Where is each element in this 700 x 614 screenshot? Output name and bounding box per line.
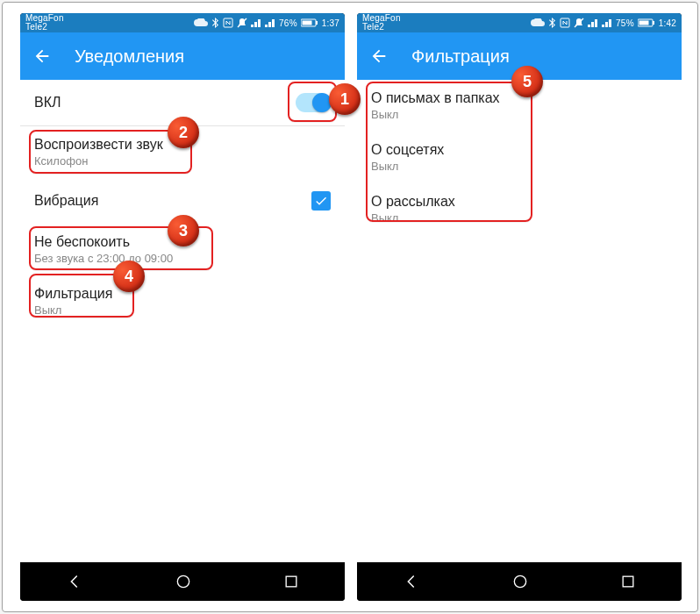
phone-right: MegaFon Tele2 [357,13,682,601]
carrier-2: Tele2 [362,23,401,32]
nfc-icon [560,18,570,28]
cloud-icon [193,18,209,27]
nav-home-icon[interactable] [175,573,192,590]
mute-icon [574,18,584,28]
nav-recent-icon[interactable] [282,573,300,590]
phone-left: MegaFon Tele2 [20,13,345,601]
svg-point-5 [177,575,189,587]
svg-rect-3 [302,21,311,25]
bluetooth-icon [212,18,219,28]
nav-bar [20,562,345,601]
row-sound[interactable]: Воспроизвести звук Ксилофон [20,126,345,178]
cloud-icon [530,18,546,27]
checkbox-vibration[interactable] [311,191,331,211]
battery-text: 75% [616,18,634,28]
svg-rect-13 [623,576,633,587]
row-newsletters-sub: Выкл [371,211,668,225]
app-bar: Фильтрация [357,32,682,80]
nav-home-icon[interactable] [511,573,529,590]
svg-rect-11 [653,21,654,25]
row-dnd-sub: Без звука с 23:00 до 09:00 [34,252,331,265]
signal-2-icon [602,18,612,27]
row-folders-title: О письмах в папках [371,90,668,106]
row-filter-sub: Выкл [34,303,331,317]
row-filter-title: Фильтрация [34,286,331,302]
nav-bar [357,562,682,601]
battery-icon [638,18,655,27]
back-button[interactable] [32,46,57,66]
status-bar: MegaFon Tele2 [20,13,345,32]
row-socials[interactable]: О соцсетях Выкл [357,132,682,183]
row-newsletters[interactable]: О рассылках Выкл [357,183,682,235]
nfc-icon [223,18,233,28]
bluetooth-icon [549,18,556,28]
battery-icon [301,18,318,27]
toggle-enable[interactable] [296,93,331,112]
row-enable-title: ВКЛ [34,95,296,111]
nav-back-icon[interactable] [402,572,421,591]
svg-rect-6 [286,576,296,587]
nav-back-icon[interactable] [65,572,84,591]
row-folders[interactable]: О письмах в папках Выкл [357,80,682,132]
row-dnd[interactable]: Не беспокоить Без звука с 23:00 до 09:00 [20,224,345,275]
clock-text: 1:42 [659,18,676,28]
nav-recent-icon[interactable] [619,573,637,590]
row-dnd-title: Не беспокоить [34,234,331,250]
svg-rect-4 [316,21,318,25]
page-title: Уведомления [75,46,184,67]
status-bar: MegaFon Tele2 [357,13,682,32]
svg-point-12 [514,575,525,587]
svg-rect-10 [639,21,648,25]
signal-1-icon [251,18,261,27]
signal-1-icon [588,18,598,27]
page-title: Фильтрация [411,46,510,67]
row-sound-sub: Ксилофон [34,154,331,168]
row-folders-sub: Выкл [371,108,668,121]
row-vibration-title: Вибрация [34,193,311,209]
content-area: ВКЛ Воспроизвести звук Ксилофон Вибрация [20,80,345,562]
row-filter[interactable]: Фильтрация Выкл [20,275,345,327]
mute-icon [237,18,247,28]
row-socials-sub: Выкл [371,160,668,173]
battery-text: 76% [279,18,297,28]
app-bar: Уведомления [20,32,345,80]
row-sound-title: Воспроизвести звук [34,137,331,153]
back-button[interactable] [369,46,394,66]
clock-text: 1:37 [322,18,339,28]
carrier-2: Tele2 [25,23,64,32]
row-socials-title: О соцсетях [371,142,668,158]
row-newsletters-title: О рассылках [371,194,668,210]
row-enable[interactable]: ВКЛ [20,80,345,125]
signal-2-icon [265,18,275,27]
content-area: О письмах в папках Выкл О соцсетях Выкл … [357,80,682,562]
row-vibration[interactable]: Вибрация [20,178,345,224]
